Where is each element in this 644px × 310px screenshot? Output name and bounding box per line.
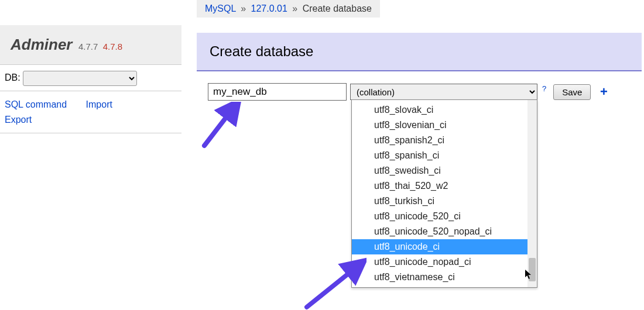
breadcrumb-sep: » (241, 4, 246, 13)
collation-option[interactable]: utf8_swedish_ci (352, 163, 537, 178)
app-new-version: 4.7.8 (103, 42, 122, 51)
collation-option[interactable]: utf8_unicode_ci (352, 239, 537, 254)
collation-select[interactable]: (collation) (350, 84, 537, 100)
collation-option[interactable]: utf8_spanish_ci (352, 148, 537, 163)
sidebar-links: SQL command Import Export (0, 91, 181, 133)
import-link[interactable]: Import (86, 99, 112, 109)
collation-option[interactable]: utf8_slovak_ci (352, 102, 537, 118)
save-button[interactable]: Save (553, 84, 591, 100)
collation-option[interactable]: utf8_turkish_ci (352, 194, 537, 209)
app-version: 4.7.7 (78, 42, 98, 51)
breadcrumb-current: Create database (303, 4, 372, 13)
db-name-input[interactable] (208, 83, 347, 101)
collation-option[interactable]: utf8_unicode_nopad_ci (352, 254, 537, 270)
app-name: Adminer (11, 36, 72, 53)
logo-bar: Adminer 4.7.7 4.7.8 (0, 25, 181, 65)
collation-option[interactable]: utf8_spanish2_ci (352, 133, 537, 148)
annotation-arrow (201, 102, 242, 149)
sidebar: Adminer 4.7.7 4.7.8 DB: SQL command Impo… (0, 25, 181, 133)
db-selector-row: DB: (0, 65, 181, 91)
plus-icon[interactable]: + (598, 84, 609, 99)
db-select[interactable] (23, 71, 137, 86)
help-link[interactable]: ? (542, 84, 546, 93)
sql-command-link[interactable]: SQL command (5, 99, 67, 109)
breadcrumb: MySQL » 127.0.01 » Create database (197, 0, 380, 18)
collation-option[interactable]: utf8_slovenian_ci (352, 118, 537, 133)
dropdown-scrollbar[interactable] (527, 100, 537, 287)
export-link[interactable]: Export (5, 115, 32, 125)
create-db-form: (collation) ? Save + (208, 83, 609, 101)
page-title: Create database (197, 33, 642, 71)
collation-option[interactable]: utf8_thai_520_w2 (352, 178, 537, 194)
collation-dropdown[interactable]: utf8_slovak_ciutf8_slovenian_ciutf8_span… (351, 99, 537, 288)
collation-option[interactable]: utf8_vietnamese_ci (352, 270, 537, 285)
breadcrumb-sep: » (292, 4, 297, 13)
breadcrumb-host-link[interactable]: 127.0.01 (251, 4, 287, 13)
collation-option[interactable]: utf8_unicode_520_ci (352, 209, 537, 224)
breadcrumb-driver-link[interactable]: MySQL (205, 4, 236, 13)
collation-option[interactable]: utf8_unicode_520_nopad_ci (352, 224, 537, 239)
scrollbar-thumb[interactable] (529, 258, 536, 281)
db-label: DB: (5, 71, 20, 83)
